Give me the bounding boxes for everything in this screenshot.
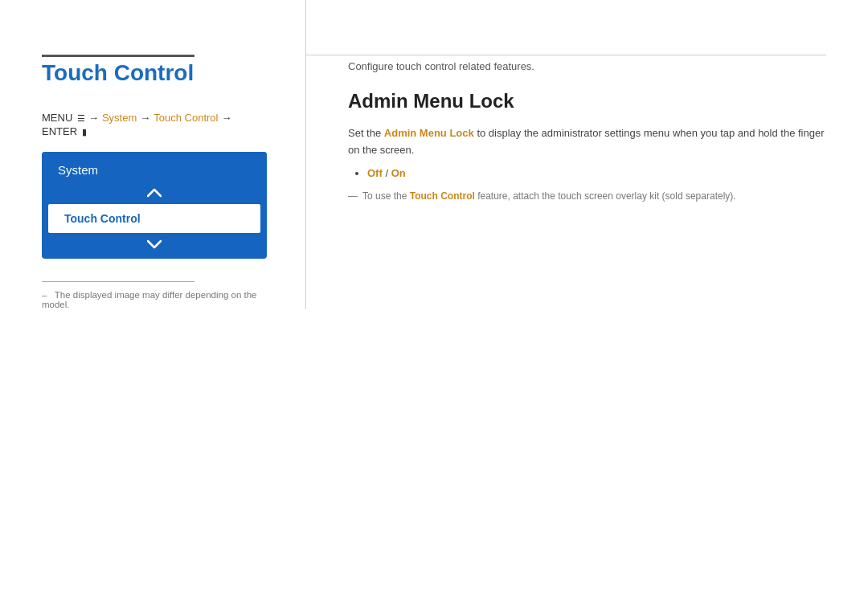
top-line-right	[305, 55, 826, 55]
content-row: Touch Control MENU ☰ → System → Touch Co…	[0, 0, 868, 309]
page-wrapper: Touch Control MENU ☰ → System → Touch Co…	[0, 0, 868, 613]
options-list: Off / On	[367, 167, 826, 179]
left-panel: Touch Control MENU ☰ → System → Touch Co…	[0, 0, 305, 309]
breadcrumb-system: System	[102, 112, 137, 124]
touch-control-link: Touch Control	[410, 190, 475, 202]
breadcrumb-enter: ENTER ▮	[42, 125, 87, 137]
footnote-text: – The displayed image may differ dependi…	[42, 290, 264, 309]
chevron-up-icon	[147, 188, 162, 198]
section-title: Admin Menu Lock	[348, 90, 826, 112]
system-menu-up	[42, 185, 267, 204]
admin-menu-lock-link: Admin Menu Lock	[384, 127, 474, 139]
breadcrumb-arrow-3: →	[221, 112, 231, 124]
note-text: ― To use the Touch Control feature, atta…	[348, 190, 826, 202]
system-menu-header: System	[42, 152, 267, 185]
top-line-left	[42, 55, 194, 57]
page-title: Touch Control	[42, 60, 264, 86]
breadcrumb-arrow-1: →	[88, 112, 99, 124]
note-dash: ―	[348, 190, 358, 202]
chevron-down-icon	[147, 239, 162, 249]
system-menu-selected-item[interactable]: Touch Control	[48, 204, 260, 233]
option-off: Off	[367, 167, 383, 179]
option-on: On	[391, 167, 406, 179]
options-item: Off / On	[367, 167, 826, 179]
breadcrumb-menu: MENU ☰	[42, 112, 85, 124]
right-panel: Configure touch control related features…	[305, 0, 868, 309]
breadcrumb: MENU ☰ → System → Touch Control → ENTER …	[42, 112, 264, 137]
configure-text: Configure touch control related features…	[348, 60, 826, 72]
description-text: Set the Admin Menu Lock to display the a…	[348, 125, 826, 159]
system-menu-box: System Touch Control	[42, 152, 267, 259]
breadcrumb-arrow-2: →	[140, 112, 150, 124]
system-menu-down	[42, 233, 267, 259]
breadcrumb-touch-control: Touch Control	[154, 112, 218, 124]
footnote-divider	[42, 281, 194, 282]
